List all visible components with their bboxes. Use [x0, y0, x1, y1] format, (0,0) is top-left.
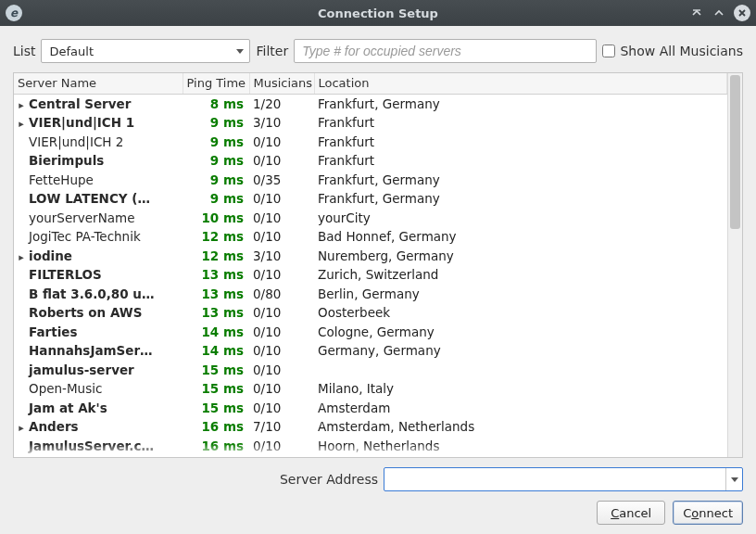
ping-value: 16 ms [183, 437, 249, 456]
table-row[interactable]: Bierimpuls9 ms0/10Frankfurt [14, 151, 727, 171]
scrollbar-thumb[interactable] [730, 75, 740, 229]
location-value: Frankfurt [314, 113, 727, 133]
expand-icon[interactable]: ▸ [17, 423, 26, 433]
musicians-value: 0/10 [249, 341, 314, 361]
musicians-value: 0/10 [249, 303, 314, 323]
location-value: Frankfurt, Germany [314, 189, 727, 209]
show-all-label: Show All Musicians [620, 44, 743, 58]
show-all-checkbox[interactable]: Show All Musicians [602, 44, 743, 58]
table-row[interactable]: LOW LATENCY (…9 ms0/10Frankfurt, Germany [14, 189, 727, 209]
expand-icon[interactable]: ▸ [17, 252, 26, 262]
server-address-row: Server Address [13, 467, 743, 491]
server-name: JamulusServer.c… [29, 439, 154, 453]
location-value [314, 361, 727, 380]
table-row[interactable]: ▸VIER|und|ICH 19 ms3/10Frankfurt [14, 113, 727, 133]
location-value: Germany, Germany [314, 341, 727, 361]
server-name: Anders [29, 419, 79, 434]
server-address-dropdown[interactable] [725, 468, 742, 490]
table-row[interactable]: yourServerName10 ms0/10yourCity [14, 209, 727, 228]
location-value: Milano, Italy [314, 379, 727, 399]
ping-value: 15 ms [183, 399, 249, 418]
table-row[interactable]: FILTERLOS13 ms0/10Zurich, Switzerland [14, 265, 727, 285]
table-row[interactable]: Open-Music15 ms0/10Milano, Italy [14, 379, 727, 399]
minimize-icon[interactable] [712, 6, 726, 20]
table-row[interactable]: JamulusServer.c…16 ms0/10Hoorn, Netherla… [14, 437, 727, 456]
filter-input[interactable] [294, 39, 597, 63]
server-name: Roberts on AWS [29, 305, 142, 320]
top-row: List Default Filter Show All Musicians [13, 39, 743, 63]
location-value: Bad Honnef, Germany [314, 227, 727, 247]
content-area: List Default Filter Show All Musicians S… [0, 26, 756, 534]
ping-value: 14 ms [183, 323, 249, 342]
table-row[interactable]: B flat 3.6.0,80 u…13 ms0/80Berlin, Germa… [14, 285, 727, 304]
server-address-input[interactable] [384, 467, 743, 491]
cancel-button[interactable]: Cancel [597, 501, 665, 525]
musicians-value: 0/10 [249, 455, 314, 457]
location-value: Zurich, Switzerland [314, 265, 727, 285]
musicians-value: 1/20 [249, 94, 314, 113]
server-name: Central Server [29, 96, 131, 111]
musicians-value: 0/10 [249, 227, 314, 247]
musicians-value: 0/10 [249, 379, 314, 399]
musicians-value: 0/10 [249, 323, 314, 342]
app-icon: e [6, 5, 22, 21]
table-row[interactable]: HannahsJamSer…14 ms0/10Germany, Germany [14, 341, 727, 361]
table-row[interactable]: ▸Central Server8 ms1/20Frankfurt, German… [14, 94, 727, 113]
server-name: Jam at Ak's [29, 400, 107, 415]
col-header-ping[interactable]: Ping Time [183, 73, 249, 94]
musicians-value: 0/10 [249, 399, 314, 418]
server-name: FetteHupe [29, 172, 94, 187]
location-value: Hoorn, Netherlands [314, 437, 727, 456]
server-table: Server Name Ping Time Musicians Location… [13, 72, 743, 458]
location-value: Amsterdam [314, 399, 727, 418]
scrollbar[interactable] [727, 73, 742, 457]
location-value: Frankfurt [314, 133, 727, 152]
expand-icon[interactable]: ▸ [17, 100, 26, 110]
table-row[interactable]: ▸iodine12 ms3/10Nuremberg, Germany [14, 247, 727, 266]
server-name: VIER|und|ICH 2 [29, 134, 123, 149]
musicians-value: 3/10 [249, 247, 314, 266]
close-icon[interactable] [734, 5, 750, 21]
col-header-musicians[interactable]: Musicians [249, 73, 314, 94]
musicians-value: 7/10 [249, 417, 314, 437]
col-header-location[interactable]: Location [314, 73, 727, 94]
musicians-value: 0/10 [249, 265, 314, 285]
server-name: VIER|und|ICH 1 [29, 115, 134, 130]
window-title: Connection Setup [0, 6, 756, 20]
musicians-value: 0/10 [249, 361, 314, 380]
ping-value: 9 ms [183, 133, 249, 152]
table-row[interactable]: VIER|und|ICH 29 ms0/10Frankfurt [14, 133, 727, 152]
ping-value: 13 ms [183, 265, 249, 285]
show-all-checkbox-input[interactable] [602, 44, 615, 57]
ping-value: 10 ms [183, 209, 249, 228]
table-row[interactable]: Farties14 ms0/10Cologne, Germany [14, 323, 727, 342]
col-header-name[interactable]: Server Name [14, 73, 183, 94]
server-name: LOW LATENCY (… [29, 191, 150, 206]
table-row[interactable]: ▸Anders16 ms7/10Amsterdam, Netherlands [14, 417, 727, 437]
server-name: JogiTec PA-Technik [29, 229, 141, 244]
location-value: Frankfurt, Germany [314, 94, 727, 113]
ping-value: 16 ms [183, 417, 249, 437]
location-value: yourCity [314, 209, 727, 228]
table-row[interactable]: teletalia.com16 ms0/10United States [14, 455, 727, 457]
table-row[interactable]: Jam at Ak's15 ms0/10Amsterdam [14, 399, 727, 418]
musicians-value: 0/35 [249, 171, 314, 190]
musicians-value: 0/10 [249, 151, 314, 171]
ping-value: 13 ms [183, 303, 249, 323]
ping-value: 9 ms [183, 189, 249, 209]
roll-up-icon[interactable] [689, 6, 704, 20]
connect-button[interactable]: Connect [673, 501, 743, 525]
table-row[interactable]: jamulus-server15 ms0/10 [14, 361, 727, 380]
table-row[interactable]: FetteHupe9 ms0/35Frankfurt, Germany [14, 171, 727, 190]
window-buttons [689, 5, 750, 21]
ping-value: 15 ms [183, 361, 249, 380]
expand-icon[interactable]: ▸ [17, 119, 26, 129]
ping-value: 9 ms [183, 113, 249, 133]
table-row[interactable]: Roberts on AWS13 ms0/10Oosterbeek [14, 303, 727, 323]
table-row[interactable]: JogiTec PA-Technik12 ms0/10Bad Honnef, G… [14, 227, 727, 247]
list-combo[interactable]: Default [41, 39, 250, 63]
list-combo-value: Default [49, 44, 94, 58]
ping-value: 15 ms [183, 379, 249, 399]
musicians-value: 0/80 [249, 285, 314, 304]
server-name: iodine [29, 248, 72, 263]
